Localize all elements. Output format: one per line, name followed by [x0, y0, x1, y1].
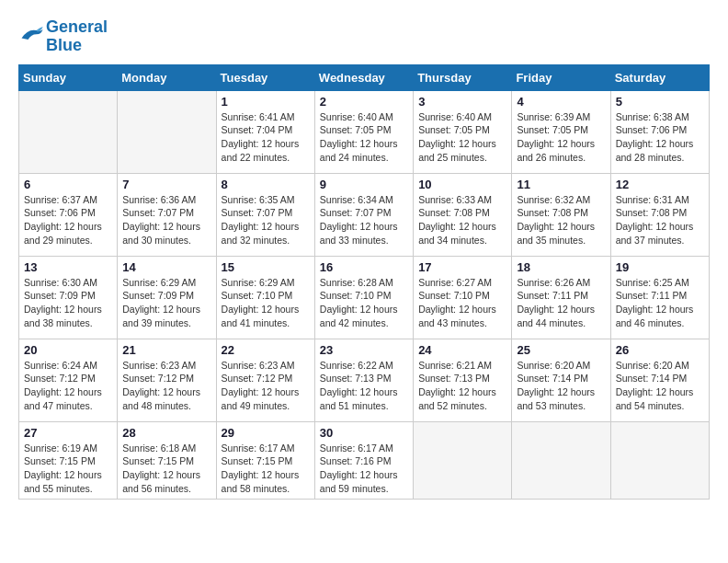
calendar-week-row: 20Sunrise: 6:24 AMSunset: 7:12 PMDayligh… [19, 339, 710, 421]
day-number: 3 [418, 95, 506, 109]
logo: General Blue [18, 18, 108, 55]
day-number: 10 [418, 178, 506, 191]
calendar-cell: 24Sunrise: 6:21 AMSunset: 7:13 PMDayligh… [414, 339, 512, 421]
day-number: 28 [122, 426, 210, 440]
day-info: Sunrise: 6:40 AMSunset: 7:05 PMDaylight:… [320, 110, 408, 165]
day-number: 5 [616, 95, 704, 109]
calendar-cell [118, 90, 216, 173]
day-info: Sunrise: 6:30 AMSunset: 7:09 PMDaylight:… [24, 276, 112, 330]
day-number: 25 [517, 343, 605, 357]
calendar-cell: 14Sunrise: 6:29 AMSunset: 7:09 PMDayligh… [118, 256, 216, 339]
day-info: Sunrise: 6:40 AMSunset: 7:05 PMDaylight:… [418, 110, 506, 165]
calendar-cell: 8Sunrise: 6:35 AMSunset: 7:07 PMDaylight… [216, 173, 314, 256]
calendar-cell: 3Sunrise: 6:40 AMSunset: 7:05 PMDaylight… [414, 90, 512, 173]
logo-bird-icon [18, 25, 44, 45]
logo-text2: Blue [46, 37, 108, 55]
day-info: Sunrise: 6:32 AMSunset: 7:08 PMDaylight:… [517, 193, 605, 247]
logo-text: General [46, 18, 108, 37]
day-number: 12 [616, 178, 704, 191]
day-info: Sunrise: 6:21 AMSunset: 7:13 PMDaylight:… [418, 359, 506, 413]
calendar-cell: 15Sunrise: 6:29 AMSunset: 7:10 PMDayligh… [216, 256, 314, 339]
day-info: Sunrise: 6:17 AMSunset: 7:15 PMDaylight:… [222, 442, 310, 496]
calendar-cell [610, 421, 709, 500]
day-info: Sunrise: 6:33 AMSunset: 7:08 PMDaylight:… [418, 193, 506, 247]
day-number: 11 [517, 178, 605, 191]
day-info: Sunrise: 6:23 AMSunset: 7:12 PMDaylight:… [122, 359, 210, 413]
calendar-cell: 23Sunrise: 6:22 AMSunset: 7:13 PMDayligh… [314, 339, 413, 421]
day-info: Sunrise: 6:37 AMSunset: 7:06 PMDaylight:… [24, 193, 112, 247]
day-number: 18 [517, 260, 605, 274]
calendar-cell [414, 421, 512, 500]
calendar-cell [19, 90, 118, 173]
day-info: Sunrise: 6:36 AMSunset: 7:07 PMDaylight:… [122, 193, 210, 247]
day-info: Sunrise: 6:25 AMSunset: 7:11 PMDaylight:… [616, 276, 704, 330]
day-number: 2 [320, 95, 408, 109]
day-number: 15 [222, 260, 310, 274]
calendar-cell: 7Sunrise: 6:36 AMSunset: 7:07 PMDaylight… [118, 173, 216, 256]
calendar-cell: 22Sunrise: 6:23 AMSunset: 7:12 PMDayligh… [216, 339, 314, 421]
day-info: Sunrise: 6:20 AMSunset: 7:14 PMDaylight:… [517, 359, 605, 413]
calendar-cell: 20Sunrise: 6:24 AMSunset: 7:12 PMDayligh… [19, 339, 118, 421]
day-number: 23 [320, 343, 408, 357]
day-info: Sunrise: 6:29 AMSunset: 7:10 PMDaylight:… [222, 276, 310, 330]
calendar-cell: 29Sunrise: 6:17 AMSunset: 7:15 PMDayligh… [216, 421, 314, 500]
day-number: 7 [122, 178, 210, 191]
calendar-cell: 10Sunrise: 6:33 AMSunset: 7:08 PMDayligh… [414, 173, 512, 256]
calendar-cell: 27Sunrise: 6:19 AMSunset: 7:15 PMDayligh… [19, 421, 118, 500]
calendar-cell: 4Sunrise: 6:39 AMSunset: 7:05 PMDaylight… [512, 90, 610, 173]
weekday-header-tuesday: Tuesday [216, 64, 314, 90]
day-info: Sunrise: 6:31 AMSunset: 7:08 PMDaylight:… [616, 193, 704, 247]
day-info: Sunrise: 6:39 AMSunset: 7:05 PMDaylight:… [517, 110, 605, 165]
day-number: 26 [616, 343, 704, 357]
calendar-cell: 18Sunrise: 6:26 AMSunset: 7:11 PMDayligh… [512, 256, 610, 339]
calendar-cell: 12Sunrise: 6:31 AMSunset: 7:08 PMDayligh… [610, 173, 709, 256]
day-number: 29 [222, 426, 310, 440]
calendar-cell: 30Sunrise: 6:17 AMSunset: 7:16 PMDayligh… [314, 421, 413, 500]
calendar-cell: 21Sunrise: 6:23 AMSunset: 7:12 PMDayligh… [118, 339, 216, 421]
weekday-header-wednesday: Wednesday [314, 64, 413, 90]
day-info: Sunrise: 6:41 AMSunset: 7:04 PMDaylight:… [222, 110, 310, 165]
calendar-week-row: 27Sunrise: 6:19 AMSunset: 7:15 PMDayligh… [19, 421, 710, 500]
day-number: 8 [222, 178, 310, 191]
day-number: 13 [24, 260, 112, 274]
calendar-cell: 2Sunrise: 6:40 AMSunset: 7:05 PMDaylight… [314, 90, 413, 173]
calendar-cell [512, 421, 610, 500]
calendar-body: 1Sunrise: 6:41 AMSunset: 7:04 PMDaylight… [19, 90, 710, 500]
weekday-header-thursday: Thursday [414, 64, 512, 90]
day-info: Sunrise: 6:23 AMSunset: 7:12 PMDaylight:… [222, 359, 310, 413]
day-number: 16 [320, 260, 408, 274]
calendar-cell: 5Sunrise: 6:38 AMSunset: 7:06 PMDaylight… [610, 90, 709, 173]
calendar-week-row: 13Sunrise: 6:30 AMSunset: 7:09 PMDayligh… [19, 256, 710, 339]
calendar-week-row: 1Sunrise: 6:41 AMSunset: 7:04 PMDaylight… [19, 90, 710, 173]
day-info: Sunrise: 6:29 AMSunset: 7:09 PMDaylight:… [122, 276, 210, 330]
day-number: 14 [122, 260, 210, 274]
day-number: 24 [418, 343, 506, 357]
day-number: 21 [122, 343, 210, 357]
calendar-week-row: 6Sunrise: 6:37 AMSunset: 7:06 PMDaylight… [19, 173, 710, 256]
calendar-cell: 25Sunrise: 6:20 AMSunset: 7:14 PMDayligh… [512, 339, 610, 421]
day-info: Sunrise: 6:34 AMSunset: 7:07 PMDaylight:… [320, 193, 408, 247]
day-number: 20 [24, 343, 112, 357]
day-info: Sunrise: 6:18 AMSunset: 7:15 PMDaylight:… [122, 442, 210, 496]
weekday-header-monday: Monday [118, 64, 216, 90]
day-number: 6 [24, 178, 112, 191]
day-number: 17 [418, 260, 506, 274]
weekday-header-saturday: Saturday [610, 64, 709, 90]
calendar-cell: 11Sunrise: 6:32 AMSunset: 7:08 PMDayligh… [512, 173, 610, 256]
day-info: Sunrise: 6:26 AMSunset: 7:11 PMDaylight:… [517, 276, 605, 330]
day-info: Sunrise: 6:19 AMSunset: 7:15 PMDaylight:… [24, 442, 112, 496]
calendar-cell: 26Sunrise: 6:20 AMSunset: 7:14 PMDayligh… [610, 339, 709, 421]
calendar-cell: 1Sunrise: 6:41 AMSunset: 7:04 PMDaylight… [216, 90, 314, 173]
day-info: Sunrise: 6:35 AMSunset: 7:07 PMDaylight:… [222, 193, 310, 247]
day-info: Sunrise: 6:28 AMSunset: 7:10 PMDaylight:… [320, 276, 408, 330]
day-info: Sunrise: 6:38 AMSunset: 7:06 PMDaylight:… [616, 110, 704, 165]
day-info: Sunrise: 6:17 AMSunset: 7:16 PMDaylight:… [320, 442, 408, 496]
weekday-header-friday: Friday [512, 64, 610, 90]
weekday-header-sunday: Sunday [19, 64, 118, 90]
calendar-table: SundayMondayTuesdayWednesdayThursdayFrid… [18, 64, 710, 500]
day-number: 1 [222, 95, 310, 109]
day-info: Sunrise: 6:27 AMSunset: 7:10 PMDaylight:… [418, 276, 506, 330]
day-number: 22 [222, 343, 310, 357]
calendar-cell: 28Sunrise: 6:18 AMSunset: 7:15 PMDayligh… [118, 421, 216, 500]
calendar-cell: 9Sunrise: 6:34 AMSunset: 7:07 PMDaylight… [314, 173, 413, 256]
